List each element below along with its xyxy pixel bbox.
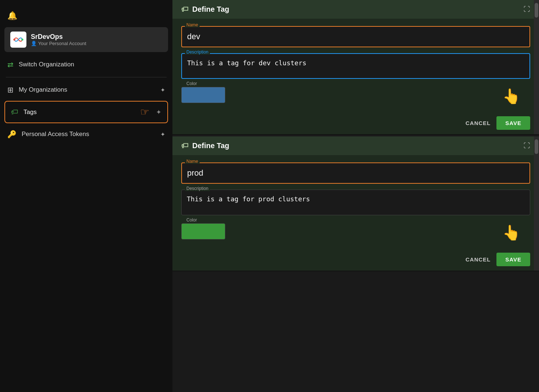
sparkle-icon-pat: ✦ [160,131,165,138]
my-orgs-label: My Organizations [19,86,67,94]
name-field-prod: Name [181,162,530,184]
cancel-button-prod[interactable]: CANCEL [466,256,491,263]
description-label-prod: Description [185,186,210,191]
define-tag-label-1: Define Tag [192,5,229,14]
scroll-thumb-2[interactable] [535,139,538,154]
color-label-prod: Color [185,217,199,223]
tag-card-dev-body: Name Description This is a tag for dev c… [172,19,539,112]
tags-label: Tags [23,109,37,116]
define-tag-icon-1: 🏷 [181,5,189,14]
define-tag-label-2: Define Tag [192,142,229,150]
sparkle-icon-orgs: ✦ [160,87,165,94]
expand-icon-1[interactable]: ⛶ [524,6,530,13]
svg-point-1 [13,39,15,40]
scrollbar-1[interactable] [534,0,539,134]
pointing-hand-icon: ☞ [140,106,149,118]
save-button-prod[interactable]: SAVE [496,253,530,266]
account-info: SrDevOps 👤 Your Personal Account [31,33,86,46]
tag-card-prod-footer: CANCEL SAVE [172,248,539,271]
name-field-dev: Name [181,26,530,47]
scrollbar-2[interactable] [534,136,539,271]
key-icon: 🔑 [7,130,17,139]
org-icon: ⊞ [7,85,14,94]
tag-card-dev-header: 🏷 Define Tag ⛶ [172,0,539,19]
tag-card-prod-title: 🏷 Define Tag [181,142,229,150]
color-swatch-dev[interactable] [181,87,225,103]
sidebar-item-tags[interactable]: 🏷 Tags ☞ ✦ [4,101,168,123]
name-label-dev: Name [185,22,200,28]
description-field-prod: Description This is a tag for prod clust… [181,190,530,215]
tag-icon: 🏷 [11,108,18,116]
sidebar-divider [6,77,167,77]
color-field-dev: Color [181,85,530,103]
sidebar-item-switch-org[interactable]: ⇄ Switch Organization [0,55,172,74]
account-sub: 👤 Your Personal Account [31,41,86,46]
cancel-button-dev[interactable]: CANCEL [466,120,491,126]
name-input-prod[interactable] [181,162,530,184]
account-logo [10,32,26,48]
tag-card-prod: 🏷 Define Tag ⛶ Name Description This is … [172,136,539,271]
sidebar-item-pat[interactable]: 🔑 Personal Access Tokens ✦ [0,125,172,144]
account-card[interactable]: SrDevOps 👤 Your Personal Account [4,27,168,52]
switch-org-icon: ⇄ [7,60,14,69]
sparkle-icon-tags: ✦ [156,108,161,116]
pat-label: Personal Access Tokens [22,131,89,138]
tag-card-dev-title: 🏷 Define Tag [181,5,229,14]
account-name: SrDevOps [31,33,86,41]
description-input-dev[interactable]: This is a tag for dev clusters [181,53,530,79]
person-icon: 👤 [31,41,37,46]
svg-point-2 [21,39,23,40]
sidebar-top: 🔔 SrDevOps 👤 Your Personal Account [0,0,172,144]
save-button-dev[interactable]: SAVE [496,116,530,130]
define-tag-icon-2: 🏷 [181,142,189,150]
expand-icon-2[interactable]: ⛶ [524,142,530,150]
main-content: 🏷 Define Tag ⛶ Name Description This is … [172,0,539,392]
tag-card-prod-body: Name Description This is a tag for prod … [172,155,539,248]
sidebar-item-my-orgs[interactable]: ⊞ My Organizations ✦ [0,80,172,99]
hand-cursor-1: 👆 [502,88,521,105]
scroll-thumb-1[interactable] [535,3,538,18]
tag-card-dev-footer: CANCEL SAVE [172,112,539,134]
notification-row: 🔔 [0,7,172,24]
tag-card-dev: 🏷 Define Tag ⛶ Name Description This is … [172,0,539,135]
sidebar: 🔔 SrDevOps 👤 Your Personal Account [0,0,172,392]
bell-icon[interactable]: 🔔 [7,11,17,21]
switch-org-label: Switch Organization [19,61,74,68]
tag-card-prod-header: 🏷 Define Tag ⛶ [172,136,539,155]
color-field-prod: Color [181,221,530,239]
color-swatch-prod[interactable] [181,223,225,239]
description-label-dev: Description [185,50,210,55]
color-label-dev: Color [185,81,199,86]
description-input-prod[interactable]: This is a tag for prod clusters [181,190,530,215]
hand-cursor-2: 👆 [502,224,521,241]
name-input-dev[interactable] [181,26,530,47]
description-field-dev: Description This is a tag for dev cluste… [181,53,530,79]
name-label-prod: Name [185,159,200,164]
